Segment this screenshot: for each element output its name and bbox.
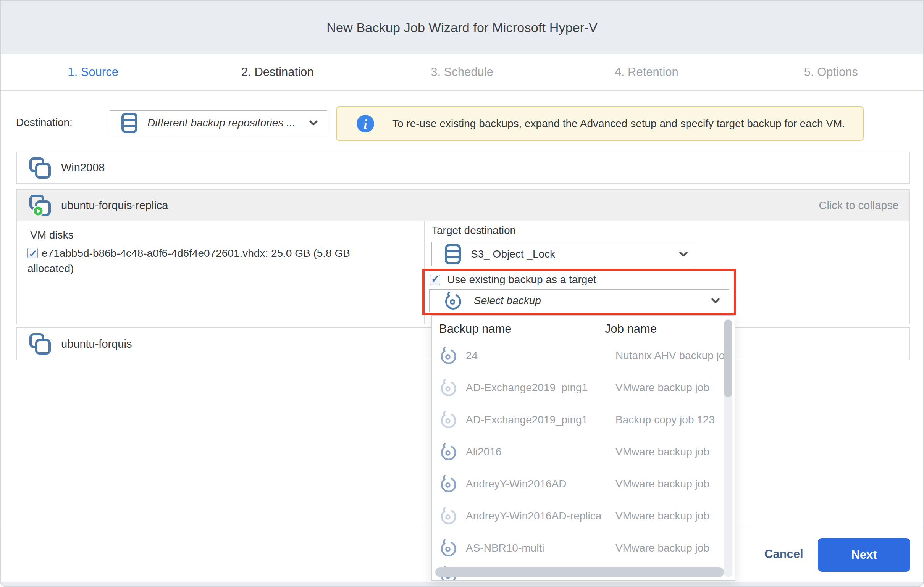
select-backup-dropdown[interactable]: Select backup (429, 289, 729, 312)
job-name-cell: VMware backup job (615, 510, 710, 522)
cancel-button[interactable]: Cancel (764, 547, 804, 561)
disk-label: e71abb5d-b86b-4c48-a0f6-4d6f4e072601.vhd… (28, 247, 350, 274)
backup-name-cell: AndreyY-Win2016AD (466, 478, 567, 490)
tab-step-schedule[interactable]: 3. Schedule (370, 54, 554, 90)
backup-name-cell: 24 (466, 350, 478, 362)
window-bottom-edge (1, 582, 923, 586)
destination-repository-dropdown[interactable]: Different backup repositories ... (110, 110, 327, 135)
use-existing-checkbox[interactable] (430, 275, 440, 285)
chevron-down-icon (679, 252, 688, 257)
vm-icon (29, 333, 52, 355)
horizontal-scrollbar-thumb[interactable] (435, 567, 724, 577)
info-message: To re-use existing backups, expand the A… (374, 117, 863, 130)
info-icon: i (356, 115, 374, 132)
use-existing-backup-highlight: Use existing backup as a target Select b… (422, 269, 736, 315)
tab-step-retention[interactable]: 4. Retention (554, 54, 739, 90)
backup-icon (439, 411, 457, 429)
backup-icon (443, 292, 462, 310)
chevron-down-icon (309, 120, 318, 125)
backup-icon (439, 475, 457, 493)
repository-icon (445, 244, 461, 264)
tab-step-source[interactable]: 1. Source (1, 54, 185, 90)
backup-dropdown-row[interactable]: AD-Exchange2019_ping1 Backup copy job 12… (432, 404, 734, 436)
job-name-cell: Nutanix AHV backup job (615, 350, 731, 362)
backup-icon (439, 443, 457, 461)
vm-icon (29, 157, 52, 179)
page-title: New Backup Job Wizard for Microsoft Hype… (327, 20, 597, 35)
next-button[interactable]: Next (818, 538, 910, 572)
backup-dropdown-row[interactable]: AD-Exchange2019_ping1 VMware backup job (432, 372, 734, 404)
collapse-hint: Click to collapse (818, 199, 899, 212)
vm-running-icon (29, 194, 52, 216)
destination-selected-value: Different backup repositories ... (147, 117, 295, 129)
wizard-steps: 1. Source 2. Destination 3. Schedule 4. … (1, 54, 923, 91)
vm-row-win2008[interactable]: Win2008 (16, 152, 910, 184)
backup-icon (439, 347, 457, 364)
backup-dropdown-row[interactable]: AS-NBR10-multi VMware backup job (432, 532, 734, 564)
vm-name: ubuntu-forquis (61, 338, 132, 350)
target-repository-value: S3_ Object _Lock (471, 248, 555, 260)
target-destination-title: Target destination (431, 224, 516, 237)
backup-name-cell: AS-NBR10-multi (466, 542, 544, 554)
repository-icon (121, 112, 137, 133)
title-bar: New Backup Job Wizard for Microsoft Hype… (1, 1, 923, 54)
vertical-scrollbar-thumb[interactable] (724, 320, 732, 397)
backup-dropdown-row[interactable]: AndreyY-Win2016AD VMware backup job (432, 468, 734, 500)
vm-name: Win2008 (61, 162, 105, 174)
column-header-job-name: Job name (605, 322, 657, 336)
disk-checkbox[interactable] (28, 248, 38, 258)
backup-dropdown-row[interactable]: AndreyY-Win2016AD-replica VMware backup … (432, 500, 734, 532)
wizard-window: New Backup Job Wizard for Microsoft Hype… (0, 0, 924, 587)
tab-step-options[interactable]: 5. Options (739, 54, 923, 90)
backup-icon (439, 379, 457, 397)
backup-icon (439, 539, 457, 557)
backup-name-cell: AD-Exchange2019_ping1 (466, 382, 587, 394)
select-backup-placeholder: Select backup (474, 295, 541, 307)
backup-name-cell: Ali2016 (466, 446, 501, 458)
job-name-cell: VMware backup job (615, 478, 710, 490)
use-existing-backup-option[interactable]: Use existing backup as a target (430, 274, 596, 286)
backup-name-cell: AndreyY-Win2016AD-replica (466, 510, 601, 522)
backup-name-cell: AD-Exchange2019_ping1 (466, 414, 587, 426)
use-existing-label: Use existing backup as a target (447, 274, 596, 286)
vm-disks-title: VM disks (30, 229, 74, 241)
backup-dropdown-row[interactable]: 24 Nutanix AHV backup job (432, 340, 734, 372)
vm-disk-item: e71abb5d-b86b-4c48-a0f6-4d6f4e072601.vhd… (28, 246, 375, 276)
job-name-cell: VMware backup job (615, 382, 710, 394)
destination-label: Destination: (16, 116, 73, 129)
tab-step-destination[interactable]: 2. Destination (185, 54, 370, 90)
job-name-cell: VMware backup job (615, 542, 710, 554)
chevron-down-icon (711, 298, 720, 303)
target-repository-dropdown[interactable]: S3_ Object _Lock (431, 242, 696, 266)
vm-name: ubuntu-forquis-replica (61, 199, 168, 212)
vm-row-ubuntu-forquis-replica[interactable]: ubuntu-forquis-replica Click to collapse (16, 189, 910, 221)
svg-text:i: i (363, 117, 367, 131)
backup-dropdown-rows: 24 Nutanix AHV backup job AD-Exchange201… (432, 340, 734, 564)
backup-icon (439, 507, 457, 525)
job-name-cell: Backup copy job 123 (615, 414, 715, 426)
backup-dropdown-row[interactable]: Ali2016 VMware backup job (432, 436, 734, 468)
vertical-scrollbar[interactable] (724, 319, 732, 577)
job-name-cell: VMware backup job (615, 446, 710, 458)
info-banner: i To re-use existing backups, expand the… (336, 107, 864, 141)
column-header-backup-name: Backup name (439, 322, 512, 336)
backup-selection-popup: Backup name Job name 24 Nutanix AHV back… (431, 315, 735, 581)
